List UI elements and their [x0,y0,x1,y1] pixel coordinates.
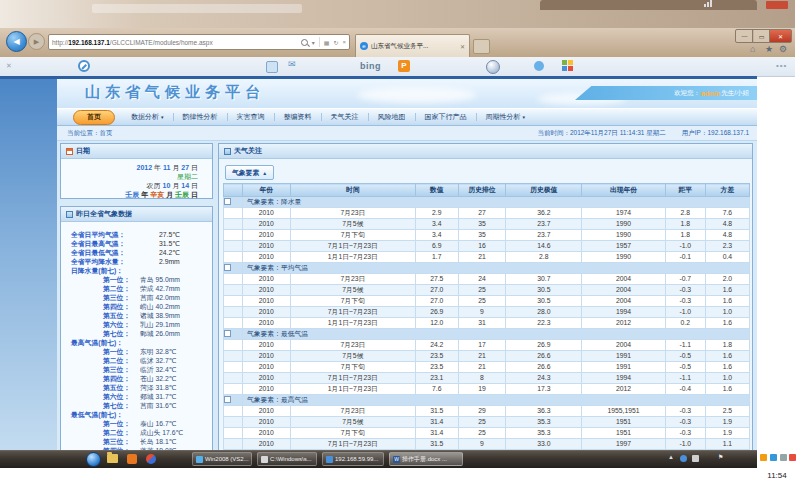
group-row[interactable]: 气象要素：最低气温 [224,329,750,340]
mail-icon[interactable]: ✉ [288,59,296,69]
table-row[interactable]: 20107月23日31.52936.31955,1951-0.32.5 [224,406,750,417]
nav-item-数据分析[interactable]: 数据分析▾ [122,112,173,122]
network-icon[interactable] [704,0,713,7]
browser-forward-button[interactable]: ▶ [28,33,45,50]
chevron-down-icon[interactable]: ▾ [312,39,315,46]
tray-app-icon[interactable] [680,455,687,462]
column-header-距平[interactable]: 距平 [665,184,705,197]
group-label: 气象要素：降水量 [242,197,749,208]
checkbox[interactable] [224,330,231,337]
table-row[interactable]: 20107月下旬27.02530.52004-0.31.6 [224,296,750,307]
welcome-prefix: 欢迎您： [674,89,700,98]
checkbox[interactable] [224,198,231,205]
weather-line-value: 长岛 18.1℃ [140,438,176,445]
stop-icon[interactable]: × [342,39,346,45]
nav-item-首页[interactable]: 首页 [73,110,115,125]
checkbox[interactable] [224,264,231,271]
cell-时间: 1月1日~7月23日 [290,384,415,395]
browser-tab[interactable]: e 山东省气候业务平... ✕ [355,34,470,57]
row-checkbox-cell [224,208,243,219]
table-row[interactable]: 20107月下旬23.52126.61991-0.51.6 [224,362,750,373]
taskbar-button-3[interactable]: 192.168.59.99... [322,452,384,466]
table-row[interactable]: 20107月下旬31.42535.31951-0.31.9 [224,428,750,439]
nav-item-整编资料[interactable]: 整编资料 [275,112,321,122]
browser-back-button[interactable]: ◀ [6,31,27,52]
taskbar-button-4[interactable]: W操作手册.docx ... [389,452,463,466]
addon-orange-icon[interactable]: P [398,60,410,72]
table-row[interactable]: 20107月5候27.02530.52004-0.31.6 [224,285,750,296]
host-tray-icon[interactable] [789,454,796,461]
web-page: 山东省气候业务平台 欢迎您： admin 先生/小姐 首页数据分析▾韵律性分析灾… [0,76,757,468]
taskbar-button-1[interactable]: Win2008 (VS2... [192,452,252,466]
host-tray-icon[interactable] [770,454,777,461]
column-header-方差[interactable]: 方差 [705,184,749,197]
addon-grid-icon[interactable] [562,60,573,71]
search-icon[interactable] [301,39,308,46]
addon-cards-icon[interactable] [266,61,278,73]
table-row[interactable]: 20107月23日2.92736.219742.87.6 [224,208,750,219]
checkbox[interactable] [224,396,231,403]
toolbar-close-icon[interactable]: ✕ [6,62,12,70]
compatibility-icon[interactable]: ▦ [324,39,330,46]
host-tray-icon[interactable] [780,454,787,461]
window-close-button[interactable]: ✕ [769,29,792,43]
breadcrumb-home-link[interactable]: 首页 [100,129,113,138]
home-icon[interactable]: ⌂ [750,44,755,54]
address-bar[interactable]: http://192.168.137.1/GLCCLIMATE/modules/… [48,34,350,50]
group-row[interactable]: 气象要素：最高气温 [224,395,750,406]
table-row[interactable]: 20107月1日~7月23日26.9928.01994-1.01.0 [224,307,750,318]
table-row[interactable]: 20107月1日~7月23日23.1824.31994-1.11.0 [224,373,750,384]
weather-line-value: 郯城 31.7℃ [140,393,176,400]
nav-item-灾害查询[interactable]: 灾害查询 [228,112,274,122]
column-header-出现年份[interactable]: 出现年份 [582,184,666,197]
table-row[interactable]: 20101月1日~7月23日12.03122.320120.21.6 [224,318,750,329]
nav-item-周期性分析[interactable]: 周期性分析▾ [477,112,535,122]
table-row[interactable]: 20107月5候31.42535.31951-0.31.9 [224,417,750,428]
weather-data-line: 全省日最低气温：24.2℃ [71,248,210,257]
table-row[interactable]: 20107月5候3.43523.719901.84.8 [224,219,750,230]
column-header-历史极值[interactable]: 历史极值 [506,184,582,197]
group-row[interactable]: 气象要素：平均气温 [224,263,750,274]
table-row[interactable]: 20107月1日~7月23日6.91614.61957-1.02.3 [224,241,750,252]
nav-item-label: 天气关注 [331,112,359,122]
new-tab-button[interactable] [473,39,490,54]
column-header-年份[interactable]: 年份 [242,184,290,197]
refresh-icon[interactable]: ↻ [333,39,338,46]
nav-item-国家下行产品[interactable]: 国家下行产品 [416,112,476,122]
weather-data-line: 全省日最高气温：31.5℃ [71,239,210,248]
cell-出现年份: 1994 [582,373,666,384]
nav-item-韵律性分析[interactable]: 韵律性分析 [174,112,227,122]
table-row[interactable]: 20101月1日~7月23日1.7212.81990-0.10.4 [224,252,750,263]
taskbar-button-2[interactable]: C:\Windows\s... [257,452,317,466]
settings-gear-icon[interactable]: ⚙ [779,44,787,54]
addon-blue-icon[interactable] [534,61,544,71]
table-row[interactable]: 20107月下旬3.43523.719901.84.8 [224,230,750,241]
toolbar-overflow-icon[interactable]: ••• [776,61,787,70]
table-row[interactable]: 20101月1日~7月23日7.61917.32012-0.41.6 [224,384,750,395]
nav-item-风险地图[interactable]: 风险地图 [369,112,415,122]
column-header-数值[interactable]: 数值 [415,184,458,197]
column-header-历史排位[interactable]: 历史排位 [458,184,506,197]
column-header-时间[interactable]: 时间 [290,184,415,197]
taskbar-button-icon [326,456,333,463]
nav-item-天气关注[interactable]: 天气关注 [322,112,368,122]
group-row[interactable]: 气象要素：降水量 [224,197,750,208]
quicklaunch-app-icon[interactable] [127,454,137,464]
tray-show-hidden-icon[interactable]: ▲ [668,454,674,460]
table-row[interactable]: 20107月23日27.52430.72004-0.72.0 [224,274,750,285]
action-center-flag-icon[interactable]: ⚑ [718,453,723,460]
quicklaunch-browser-icon[interactable] [146,454,156,464]
tray-app-icon[interactable] [692,455,699,462]
table-row[interactable]: 20107月1日~7月23日31.5933.01997-1.01.1 [224,439,750,450]
element-filter-button[interactable]: 气象要素 ▲ [225,165,274,180]
explorer-folder-icon[interactable] [107,454,118,463]
addon-round-icon[interactable] [486,60,500,74]
table-row[interactable]: 20107月23日24.21726.92004-1.11.8 [224,340,750,351]
blocked-plugin-icon[interactable] [78,60,90,72]
tab-close-icon[interactable]: ✕ [460,43,465,50]
bing-logo[interactable]: bing [360,61,381,71]
host-tray-icon[interactable] [760,454,767,461]
table-row[interactable]: 20107月5候23.52126.61991-0.51.6 [224,351,750,362]
favorites-star-icon[interactable]: ★ [765,44,773,54]
start-button[interactable] [86,452,101,467]
